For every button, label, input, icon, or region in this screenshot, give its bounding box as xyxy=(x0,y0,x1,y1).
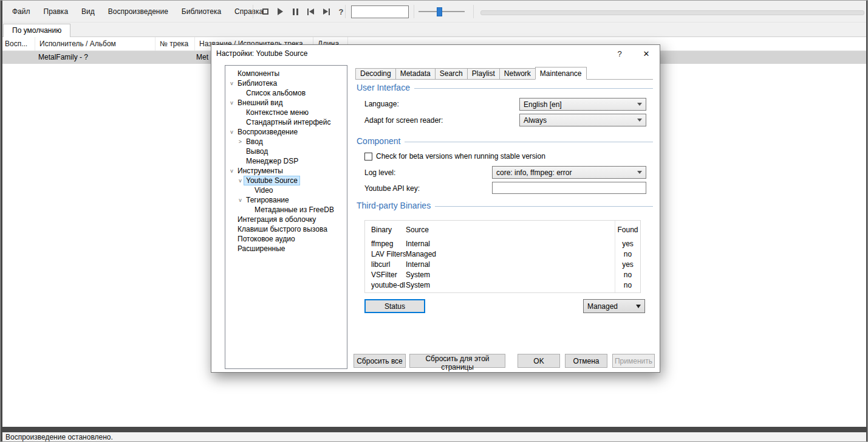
beta-checkbox-row[interactable]: Check for beta versions when running sta… xyxy=(364,152,545,161)
close-button[interactable]: ✕ xyxy=(634,45,658,62)
tree-expanded-icon: v xyxy=(228,168,236,174)
cancel-button[interactable]: Отмена xyxy=(565,354,607,368)
tree-item-3[interactable]: Список альбомов xyxy=(225,88,347,98)
menu-item-5[interactable]: Библиотека xyxy=(175,7,228,16)
beta-checkbox-label: Check for beta versions when running sta… xyxy=(376,152,545,161)
tree-item-17[interactable]: Клавиши быстрого вызова xyxy=(225,224,347,234)
chevron-down-icon xyxy=(637,171,642,174)
tab-metadata[interactable]: Metadata xyxy=(395,68,436,79)
tree-item-9[interactable]: Вывод xyxy=(225,147,347,156)
cell-source: Managed xyxy=(406,250,615,258)
app-window: ФайлПравкаВидВоспроизведениеБиблиотекаСп… xyxy=(0,0,868,442)
help-button[interactable]: ? xyxy=(334,5,348,18)
next-icon xyxy=(323,9,330,15)
tree-item-label: Video xyxy=(253,186,275,195)
toolbar-buttons: ? xyxy=(258,5,348,18)
tree-item-12[interactable]: vYoutube Source xyxy=(225,176,347,185)
tree-item-label: Воспроизведение xyxy=(236,128,299,136)
chevron-down-icon xyxy=(637,119,642,122)
next-button[interactable] xyxy=(319,5,333,18)
binaries-row-5[interactable]: youtube-dlSystemno xyxy=(365,280,640,290)
previous-button[interactable] xyxy=(304,5,318,18)
cell-binary: libcurl xyxy=(365,260,406,269)
log-level-value: core: info, ffmpeg: error xyxy=(496,168,572,177)
chevron-down-icon xyxy=(637,103,642,106)
tree-item-1[interactable]: Компоненты xyxy=(225,69,347,78)
tree-item-4[interactable]: vВнешний вид xyxy=(225,98,347,108)
menu-item-2[interactable]: Правка xyxy=(37,7,75,16)
tree-item-5[interactable]: Контекстное меню xyxy=(225,108,347,117)
previous-icon xyxy=(307,9,315,15)
toolbar-separator xyxy=(473,5,474,18)
tab-search[interactable]: Search xyxy=(435,68,468,79)
tree-item-13[interactable]: Video xyxy=(225,185,347,195)
reset-all-button[interactable]: Сбросить все xyxy=(354,354,406,368)
tree-item-11[interactable]: vИнструменты xyxy=(225,166,347,176)
tree-item-14[interactable]: vТегирование xyxy=(225,195,347,205)
dialog-title: Настройки: Youtube Source xyxy=(216,45,307,62)
binaries-table: BinarySourceFound ffmpegInternalyesLAV F… xyxy=(364,220,641,293)
tree-item-label: Список альбомов xyxy=(244,89,307,97)
window-border-left xyxy=(1,1,2,442)
reset-page-button[interactable]: Сбросить для этой страницы xyxy=(409,354,505,368)
dialog-titlebar[interactable]: Настройки: Youtube Source ? ✕ xyxy=(211,45,660,62)
play-icon xyxy=(278,8,283,15)
tree-item-7[interactable]: vВоспроизведение xyxy=(225,127,347,137)
log-level-select[interactable]: core: info, ffmpeg: error xyxy=(492,166,646,179)
binaries-row-4[interactable]: VSFilterSystemno xyxy=(365,269,640,280)
status-bar: Воспроизведение остановлено. xyxy=(1,432,867,442)
volume-handle[interactable] xyxy=(437,7,442,16)
search-input[interactable] xyxy=(351,5,409,18)
ok-button[interactable]: OK xyxy=(518,354,560,368)
tree-item-10[interactable]: Менеджер DSP xyxy=(225,156,347,166)
cell-source: Internal xyxy=(406,260,615,269)
apply-button: Применить xyxy=(612,354,655,368)
youtube-api-key-input[interactable] xyxy=(492,182,646,194)
menu-item-1[interactable]: Файл xyxy=(5,7,37,16)
tab-network[interactable]: Network xyxy=(499,68,536,79)
volume-slider[interactable] xyxy=(419,7,465,16)
managed-dropdown[interactable]: Managed xyxy=(583,299,645,313)
cell-source: Internal xyxy=(406,240,615,248)
tree-item-2[interactable]: vБиблиотека xyxy=(225,78,347,88)
status-button[interactable]: Status xyxy=(364,299,425,313)
tree-item-16[interactable]: Интеграция в оболочку xyxy=(225,215,347,224)
binaries-row-2[interactable]: LAV FiltersManagedno xyxy=(365,249,640,259)
playlist-tab[interactable]: По умолчанию xyxy=(3,24,70,37)
tab-playlist[interactable]: Playlist xyxy=(467,68,500,79)
section-title: User Interface xyxy=(357,83,410,92)
menu-item-3[interactable]: Вид xyxy=(75,7,101,16)
cell-found: yes xyxy=(615,260,640,269)
help-button[interactable]: ? xyxy=(609,45,630,62)
screen-reader-label: Adapt for screen reader: xyxy=(364,116,443,125)
tree-item-label: Потоковое аудио xyxy=(236,235,297,243)
tree-expanded-icon: v xyxy=(228,129,236,135)
toolbar-separator xyxy=(414,5,414,18)
tree-item-label: Расширенные xyxy=(236,244,287,253)
tree-item-18[interactable]: Потоковое аудио xyxy=(225,234,347,244)
binaries-body: ffmpegInternalyesLAV FiltersManagednolib… xyxy=(365,238,640,290)
binaries-row-3[interactable]: libcurlInternalyes xyxy=(365,259,640,269)
tree-item-15[interactable]: Метаданные из FreeDB xyxy=(225,205,347,215)
screen-reader-select[interactable]: Always xyxy=(519,114,646,126)
binaries-column-divider xyxy=(615,221,615,292)
tab-decoding[interactable]: Decoding xyxy=(355,68,396,79)
tab-maintenance[interactable]: Maintenance xyxy=(535,67,587,80)
section-title: Component xyxy=(357,136,400,146)
seekbar[interactable] xyxy=(480,10,864,15)
column-header-2[interactable]: Исполнитель / Альбом xyxy=(35,37,155,50)
stop-button[interactable] xyxy=(258,5,272,18)
tree-item-19[interactable]: Расширенные xyxy=(225,244,347,254)
tree-item-8[interactable]: >Ввод xyxy=(225,137,347,147)
beta-checkbox[interactable] xyxy=(364,153,372,161)
tree-item-label: Тегирование xyxy=(244,196,291,204)
play-button[interactable] xyxy=(273,5,287,18)
menu-item-4[interactable]: Воспроизведение xyxy=(101,7,175,16)
column-header-1[interactable]: Восп... xyxy=(1,37,35,50)
binaries-row-1[interactable]: ffmpegInternalyes xyxy=(365,238,640,249)
column-header-3[interactable]: № трека xyxy=(155,37,195,50)
pause-button[interactable] xyxy=(289,5,302,18)
language-select[interactable]: English [en] xyxy=(519,98,646,111)
chevron-down-icon xyxy=(636,305,641,308)
tree-item-6[interactable]: Стандартный интерфейс xyxy=(225,117,347,127)
